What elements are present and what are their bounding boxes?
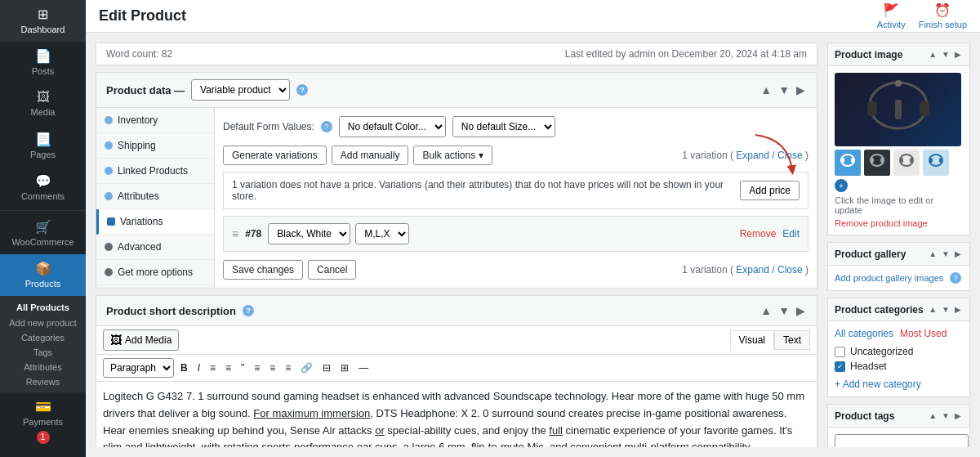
remove-product-image-link[interactable]: Remove product image	[835, 218, 963, 228]
bulk-actions-dropdown[interactable]: Bulk actions ▾	[413, 146, 492, 165]
tags-toggle-btn[interactable]: ▶	[953, 410, 963, 422]
short-desc-collapse-down[interactable]: ▼	[777, 302, 791, 319]
product-type-select[interactable]: Variable product	[191, 79, 290, 101]
italic-btn[interactable]: I	[194, 361, 203, 375]
add-new-category-link[interactable]: + Add new category	[835, 379, 963, 390]
categories-up-btn[interactable]: ▲	[927, 303, 938, 316]
add-media-btn[interactable]: 🖼 Add Media	[103, 329, 179, 351]
link-btn[interactable]: 🔗	[297, 361, 316, 375]
short-desc-help-icon[interactable]: ?	[243, 305, 254, 316]
more-toolbar-btn[interactable]: —	[355, 361, 372, 375]
sidebar: ⊞ Dashboard 📄 Posts 🖼 Media 📃 Pages 💬 Co…	[0, 0, 86, 457]
all-categories-link[interactable]: All categories	[835, 328, 893, 339]
sidebar-item-payments[interactable]: 💳 Payments 1	[0, 392, 86, 450]
unordered-list-btn[interactable]: ≡	[207, 361, 219, 375]
thumbnail-2[interactable]	[864, 150, 890, 176]
save-changes-btn[interactable]: Save changes	[223, 260, 303, 280]
product-image-main[interactable]	[835, 73, 961, 146]
text-tab[interactable]: Text	[774, 330, 810, 350]
sidebar-item-products[interactable]: 📦 Products	[0, 254, 86, 296]
format-select[interactable]: Paragraph	[103, 358, 174, 378]
generate-variations-btn[interactable]: Generate variations	[223, 146, 327, 165]
editor-content[interactable]: Logitech G G432 7. 1 surround sound gami…	[96, 382, 817, 447]
help-icon[interactable]: ?	[296, 84, 308, 96]
categories-toggle-btn[interactable]: ▶	[953, 303, 963, 316]
align-left-btn[interactable]: ≡	[251, 361, 263, 375]
sidebar-item-woocommerce[interactable]: 🛒 WooCommerce	[0, 213, 86, 254]
tab-variations[interactable]: Variations	[96, 209, 214, 235]
visual-tab[interactable]: Visual	[730, 330, 774, 350]
variation-color-select[interactable]: Black, White	[268, 223, 350, 244]
product-image-toggle-btn[interactable]: ▶	[953, 48, 963, 60]
default-size-select[interactable]: No default Size...	[452, 116, 555, 137]
bold-btn[interactable]: B	[177, 361, 191, 375]
sidebar-sub-tags[interactable]: Tags	[0, 345, 86, 360]
variation-count-bottom: 1 variation ( Expand / Close )	[682, 264, 808, 276]
tab-more-options[interactable]: Get more options	[96, 260, 214, 285]
align-center-btn[interactable]: ≡	[266, 361, 278, 375]
sidebar-item-pages[interactable]: 📃 Pages	[0, 125, 86, 167]
product-categories-header: Product categories ▲ ▼ ▶	[828, 298, 969, 321]
inventory-icon	[105, 116, 113, 124]
thumbnail-3[interactable]	[893, 150, 920, 176]
default-color-select[interactable]: No default Color...	[339, 116, 446, 137]
add-gallery-images-link[interactable]: Add product gallery images	[835, 273, 943, 283]
help-icon-2[interactable]: ?	[321, 121, 332, 132]
tab-linked-products[interactable]: Linked Products	[96, 159, 214, 184]
top-bar-actions: 🚩 Activity ⏰ Finish setup	[877, 2, 967, 29]
sidebar-item-media[interactable]: 🖼 Media	[0, 83, 86, 124]
product-image-up-btn[interactable]: ▲	[927, 48, 938, 60]
categories-down-btn[interactable]: ▼	[940, 303, 951, 316]
tags-down-btn[interactable]: ▼	[940, 410, 951, 422]
thumbnail-1[interactable]	[835, 150, 861, 176]
product-image-down-btn[interactable]: ▼	[940, 48, 951, 60]
sidebar-item-comments[interactable]: 💬 Comments	[0, 167, 86, 208]
finish-setup-action[interactable]: ⏰ Finish setup	[919, 2, 967, 29]
tab-inventory[interactable]: Inventory	[96, 108, 214, 133]
sidebar-sub-add-product[interactable]: Add new product	[0, 316, 86, 330]
short-desc-collapse-up[interactable]: ▲	[759, 302, 773, 319]
gallery-help-icon[interactable]: ?	[950, 272, 961, 284]
sidebar-sub-categories[interactable]: Categories	[0, 330, 86, 345]
short-desc-collapse-toggle[interactable]: ▶	[795, 302, 807, 319]
collapse-down-btn[interactable]: ▼	[777, 82, 791, 98]
default-form-row: Default Form Values: ? No default Color.…	[223, 116, 808, 137]
collapse-up-btn[interactable]: ▲	[759, 82, 773, 98]
variation-remove-link[interactable]: Remove	[740, 228, 777, 240]
blockquote-btn[interactable]: "	[238, 361, 247, 375]
gallery-down-btn[interactable]: ▼	[940, 248, 951, 260]
tab-attributes[interactable]: Attributes	[96, 184, 214, 209]
sidebar-sub-reviews[interactable]: Reviews	[0, 374, 86, 389]
expand-close-top[interactable]: Expand / Close	[736, 150, 802, 161]
cancel-btn[interactable]: Cancel	[308, 260, 356, 280]
sidebar-item-posts[interactable]: 📄 Posts	[0, 42, 86, 83]
tab-advanced[interactable]: Advanced	[96, 235, 214, 260]
posts-icon: 📄	[35, 48, 51, 64]
most-used-categories-link[interactable]: Most Used	[900, 328, 947, 339]
add-price-btn[interactable]: Add price	[740, 181, 800, 200]
headset-checkbox[interactable]: ✓	[835, 361, 845, 372]
sidebar-item-analytics[interactable]: 📊 Analytics	[0, 450, 86, 458]
sidebar-item-dashboard[interactable]: ⊞ Dashboard	[0, 0, 86, 42]
sidebar-sub-attributes[interactable]: Attributes	[0, 360, 86, 374]
activity-action[interactable]: 🚩 Activity	[877, 2, 906, 29]
gallery-up-btn[interactable]: ▲	[927, 248, 938, 260]
add-image-dot[interactable]: +	[835, 179, 848, 192]
gallery-toggle-btn[interactable]: ▶	[953, 248, 963, 260]
tag-input[interactable]	[835, 434, 969, 447]
variation-size-select[interactable]: M,L,X	[355, 223, 409, 244]
variation-edit-link[interactable]: Edit	[782, 228, 800, 240]
ordered-list-btn[interactable]: ≡	[222, 361, 234, 375]
expand-close-bottom[interactable]: Expand / Close	[736, 264, 802, 276]
collapse-toggle-btn[interactable]: ▶	[795, 82, 807, 98]
thumbnail-4[interactable]	[923, 150, 949, 176]
align-right-btn[interactable]: ≡	[282, 361, 294, 375]
fullscreen-btn[interactable]: ⊞	[337, 361, 352, 375]
short-desc-header: Product short description ? ▲ ▼ ▶	[96, 296, 817, 326]
add-manually-btn[interactable]: Add manually	[332, 146, 409, 165]
tags-up-btn[interactable]: ▲	[927, 410, 938, 422]
sidebar-sub-all-products[interactable]: All Products	[0, 299, 86, 316]
tab-shipping[interactable]: Shipping	[96, 133, 214, 159]
hr-btn[interactable]: ⊟	[319, 361, 334, 375]
uncategorized-checkbox[interactable]	[835, 347, 845, 357]
